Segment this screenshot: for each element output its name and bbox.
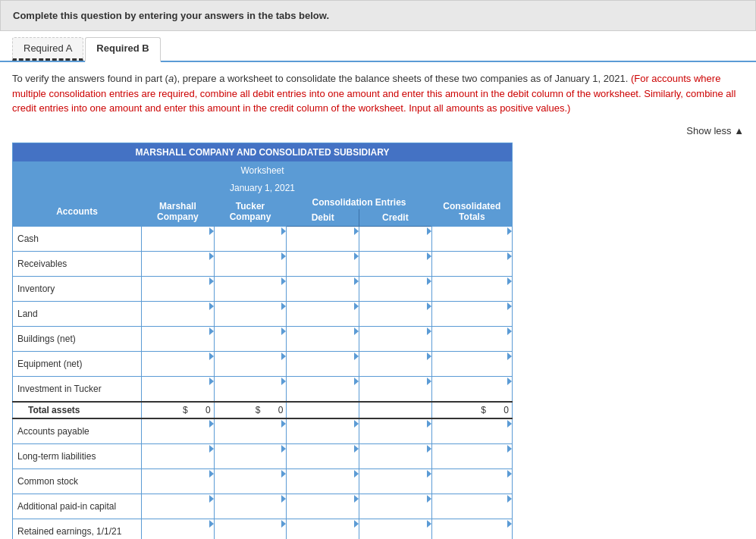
debit-additional-paid[interactable] xyxy=(287,494,359,519)
row-label-land: Land xyxy=(13,301,142,326)
credit-receivables[interactable] xyxy=(359,251,432,276)
debit-inventory[interactable] xyxy=(287,276,359,301)
debit-receivables[interactable] xyxy=(287,251,359,276)
row-label-equipment: Equipment (net) xyxy=(13,351,142,376)
marshall-accounts-payable[interactable] xyxy=(142,418,215,444)
tucker-receivables[interactable] xyxy=(214,251,287,276)
worksheet-table: MARSHALL COMPANY AND CONSOLIDATED SUBSID… xyxy=(12,143,513,540)
tab-required-b[interactable]: Required B xyxy=(85,37,160,62)
row-label-receivables: Receivables xyxy=(13,251,142,276)
worksheet-title2: Worksheet xyxy=(13,161,513,179)
credit-retained[interactable] xyxy=(359,519,432,539)
table-row: Inventory xyxy=(13,276,513,301)
tucker-accounts-payable[interactable] xyxy=(214,418,287,444)
credit-equipment[interactable] xyxy=(359,351,432,376)
tucker-cash[interactable] xyxy=(214,226,287,251)
marshall-longterm[interactable] xyxy=(142,443,215,468)
col-header-accounts: Accounts xyxy=(13,196,142,226)
marshall-investment[interactable] xyxy=(142,376,215,402)
debit-investment[interactable] xyxy=(287,376,359,402)
marshall-land[interactable] xyxy=(142,301,215,326)
col-header-tucker: TuckerCompany xyxy=(214,196,287,226)
debit-cash[interactable] xyxy=(287,226,359,251)
table-row: Investment in Tucker xyxy=(13,376,513,402)
consolidated-buildings[interactable] xyxy=(431,326,512,351)
consolidated-receivables[interactable] xyxy=(431,251,512,276)
consolidated-inventory[interactable] xyxy=(431,276,512,301)
credit-additional-paid[interactable] xyxy=(359,494,432,519)
show-less[interactable]: Show less ▲ xyxy=(0,122,756,143)
row-label-inventory: Inventory xyxy=(13,276,142,301)
marshall-equipment[interactable] xyxy=(142,351,215,376)
consolidated-total-assets: $ 0 xyxy=(431,402,512,418)
col-header-debit: Debit xyxy=(287,208,359,226)
marshall-retained[interactable] xyxy=(142,519,215,539)
credit-investment[interactable] xyxy=(359,376,432,402)
debit-common-stock[interactable] xyxy=(287,468,359,494)
marshall-cash[interactable] xyxy=(142,226,215,251)
credit-inventory[interactable] xyxy=(359,276,432,301)
instructions: To verify the answers found in part (a),… xyxy=(0,62,756,122)
tucker-additional-paid[interactable] xyxy=(214,494,287,519)
row-label-longterm: Long-term liabilities xyxy=(13,443,142,468)
tab-required-a[interactable]: Required A xyxy=(12,37,83,61)
worksheet-title1: MARSHALL COMPANY AND CONSOLIDATED SUBSID… xyxy=(13,143,513,161)
col-header-consolidation: Consolidation Entries xyxy=(287,196,431,208)
consolidated-investment[interactable] xyxy=(431,376,512,402)
consolidated-longterm[interactable] xyxy=(431,443,512,468)
table-row: Retained earnings, 1/1/21 xyxy=(13,519,513,539)
table-row: Long-term liabilities xyxy=(13,443,513,468)
marshall-inventory[interactable] xyxy=(142,276,215,301)
consolidated-equipment[interactable] xyxy=(431,351,512,376)
table-row: Accounts payable xyxy=(13,418,513,444)
tucker-retained[interactable] xyxy=(214,519,287,539)
debit-equipment[interactable] xyxy=(287,351,359,376)
row-label-additional-paid: Additional paid-in capital xyxy=(13,494,142,519)
debit-land[interactable] xyxy=(287,301,359,326)
marshall-receivables[interactable] xyxy=(142,251,215,276)
credit-buildings[interactable] xyxy=(359,326,432,351)
debit-retained[interactable] xyxy=(287,519,359,539)
consolidated-common-stock[interactable] xyxy=(431,468,512,494)
marshall-buildings[interactable] xyxy=(142,326,215,351)
tucker-equipment[interactable] xyxy=(214,351,287,376)
credit-longterm[interactable] xyxy=(359,443,432,468)
credit-cash[interactable] xyxy=(359,226,432,251)
marshall-common-stock[interactable] xyxy=(142,468,215,494)
marshall-total-assets: $ 0 xyxy=(142,402,215,418)
table-row: Receivables xyxy=(13,251,513,276)
credit-land[interactable] xyxy=(359,301,432,326)
credit-accounts-payable[interactable] xyxy=(359,418,432,444)
table-row: Equipment (net) xyxy=(13,351,513,376)
debit-buildings[interactable] xyxy=(287,326,359,351)
tucker-buildings[interactable] xyxy=(214,326,287,351)
debit-total-assets xyxy=(287,402,359,418)
consolidated-accounts-payable[interactable] xyxy=(431,418,512,444)
col-header-consolidated-totals: ConsolidatedTotals xyxy=(431,196,512,226)
tucker-investment[interactable] xyxy=(214,376,287,402)
table-row: Additional paid-in capital xyxy=(13,494,513,519)
marshall-additional-paid[interactable] xyxy=(142,494,215,519)
top-banner: Complete this question by entering your … xyxy=(0,0,756,31)
tabs-row: Required A Required B xyxy=(0,31,756,62)
row-label-buildings: Buildings (net) xyxy=(13,326,142,351)
row-label-investment: Investment in Tucker xyxy=(13,376,142,402)
consolidated-land[interactable] xyxy=(431,301,512,326)
credit-common-stock[interactable] xyxy=(359,468,432,494)
row-label-accounts-payable: Accounts payable xyxy=(13,418,142,444)
table-row: Buildings (net) xyxy=(13,326,513,351)
tucker-common-stock[interactable] xyxy=(214,468,287,494)
tucker-total-assets: $ 0 xyxy=(214,402,287,418)
consolidated-retained[interactable] xyxy=(431,519,512,539)
tucker-inventory[interactable] xyxy=(214,276,287,301)
debit-longterm[interactable] xyxy=(287,443,359,468)
worksheet-container: MARSHALL COMPANY AND CONSOLIDATED SUBSID… xyxy=(0,143,756,540)
col-header-marshall: MarshallCompany xyxy=(142,196,215,226)
debit-accounts-payable[interactable] xyxy=(287,418,359,444)
col-header-credit: Credit xyxy=(359,208,432,226)
consolidated-cash[interactable] xyxy=(431,226,512,251)
tucker-longterm[interactable] xyxy=(214,443,287,468)
total-assets-row: Total assets $ 0 $ 0 $ 0 xyxy=(13,402,513,418)
consolidated-additional-paid[interactable] xyxy=(431,494,512,519)
tucker-land[interactable] xyxy=(214,301,287,326)
